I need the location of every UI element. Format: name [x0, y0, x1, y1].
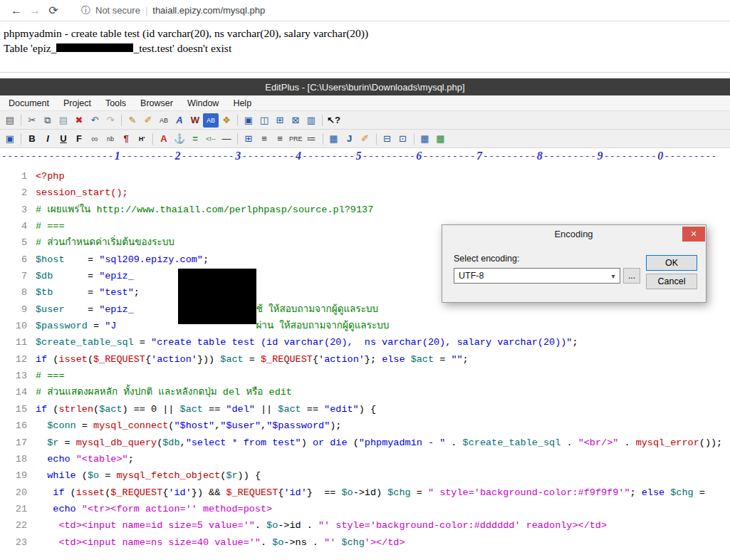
hr-icon[interactable]: —	[219, 132, 234, 146]
ok-button[interactable]: OK	[646, 255, 697, 271]
menu-document[interactable]: Document	[1, 98, 56, 108]
encoding-select[interactable]: UTF-8 ▾	[454, 268, 620, 284]
code-line[interactable]: 17 $r = mysql_db_query($db,"select * fro…	[0, 435, 730, 451]
code-segment: "epiz_	[99, 271, 134, 281]
select-text-icon[interactable]: AB	[156, 113, 172, 128]
heading-icon[interactable]: H'	[134, 132, 150, 146]
code-segment: "$user"	[220, 420, 261, 431]
editplus-window: EditPlus - [C:\Users\burin\Downloads\mys…	[0, 78, 730, 560]
menu-tools[interactable]: Tools	[98, 98, 133, 108]
code-editor[interactable]: 1<?php2session_start();3# เผยแพร่ใน http…	[0, 164, 730, 560]
line-number: 8	[0, 284, 27, 301]
code-segment: }) &&	[192, 487, 226, 498]
style-brush-icon[interactable]: ✐	[358, 132, 373, 146]
underline-icon[interactable]: U	[56, 132, 71, 146]
code-line[interactable]: 13# ===	[0, 368, 730, 384]
code-segment	[36, 504, 53, 514]
context-help-icon[interactable]: ↖?	[325, 113, 342, 128]
code-line[interactable]: 22 <td><input name=id size=5 value='". $…	[0, 517, 730, 534]
code-line[interactable]: 9$user = "epiz_ช้ ให้สอบถามจากผู้ดูแลระบ…	[0, 301, 730, 318]
code-segment: "sql209.epizy.com"	[99, 254, 203, 265]
refresh-icon[interactable]: ⟳	[44, 4, 63, 17]
code-line[interactable]: 18 echo "<table>";	[0, 451, 730, 467]
glasses-icon[interactable]: ∞	[87, 132, 103, 146]
undo-icon[interactable]: ↶	[87, 113, 103, 128]
font-icon[interactable]: F	[71, 132, 87, 146]
align-left-icon[interactable]: ≡	[256, 132, 272, 146]
paste-icon[interactable]: ▤	[56, 113, 71, 128]
pre-icon[interactable]: PRE	[288, 132, 304, 146]
forward-icon[interactable]: →	[26, 4, 44, 17]
code-segment: =	[244, 354, 261, 365]
paragraph-icon[interactable]: ¶	[118, 132, 134, 146]
table-green-icon[interactable]: ▦	[433, 132, 449, 146]
code-line[interactable]: 11$create_table_sql = "create table test…	[0, 334, 730, 351]
list-icon[interactable]: ≔	[304, 132, 320, 146]
table-icon[interactable]: ⊞	[241, 132, 256, 146]
code-segment: $act	[99, 404, 122, 415]
close-icon[interactable]: ✕	[682, 227, 705, 242]
window-list-icon[interactable]: ▥	[303, 113, 319, 128]
menu-window[interactable]: Window	[180, 98, 226, 108]
equals-icon[interactable]: =	[187, 132, 203, 146]
font-color-icon[interactable]: A	[156, 132, 172, 146]
highlight-icon[interactable]: AB	[203, 113, 219, 128]
code-line[interactable]: 23 <td><input name=ns size=40 value='". …	[0, 534, 730, 551]
table-insert-icon[interactable]: ▦	[417, 132, 433, 146]
cut-icon[interactable]: ✂	[24, 113, 40, 128]
copy-icon[interactable]: ⧉	[40, 113, 56, 128]
code-line[interactable]: 15if (strlen($act) == 0 || $act == "del"…	[0, 401, 730, 418]
sync-file-icon[interactable]: ⊡	[395, 132, 411, 146]
spellcheck-icon[interactable]: W	[187, 113, 203, 128]
edit-pencil-icon[interactable]: ✎	[125, 113, 140, 128]
comment-icon[interactable]: <!--	[203, 132, 219, 146]
align-center-icon[interactable]: ≡	[272, 132, 288, 146]
nbsp-icon[interactable]: nb	[103, 132, 118, 146]
code-line[interactable]: 16 $conn = mysql_connect("$host","$user"…	[0, 418, 730, 434]
sync-browser-icon[interactable]: ⊟	[380, 132, 395, 146]
cancel-button[interactable]: Cancel	[646, 274, 697, 289]
window-split-icon[interactable]: ◫	[256, 113, 272, 128]
toolbar-separator	[237, 115, 238, 126]
redo-icon[interactable]: ↷	[103, 113, 118, 128]
line-number: 7	[0, 268, 27, 284]
bold-icon[interactable]: B	[24, 132, 40, 146]
delete-icon[interactable]: ✖	[71, 113, 87, 128]
browse-button[interactable]: ...	[623, 268, 640, 284]
menu-browser[interactable]: Browser	[133, 98, 180, 108]
code-segment: "<tr><form action='' method=post>	[82, 504, 272, 514]
menu-help[interactable]: Help	[226, 98, 259, 108]
code-segment: $act	[220, 354, 243, 365]
toolbar-separator	[21, 115, 21, 126]
view-browser-icon[interactable]: ▣	[2, 132, 18, 146]
code-line[interactable]: 14# ส่วนแสดงผลหลัก ทั้งปกติ และหลังกดปุ่…	[0, 384, 730, 400]
stamp-icon[interactable]: ❖	[219, 113, 234, 128]
code-line[interactable]: 1<?php	[0, 168, 730, 185]
document-icon[interactable]: ▤	[2, 113, 18, 128]
marker-icon[interactable]: ✐	[140, 113, 156, 128]
code-line[interactable]: 10$password = "Jผ่าน ให้สอบถามจากผู้ดูแล…	[0, 318, 730, 334]
code-segment: $act	[411, 354, 434, 365]
section-divider	[0, 72, 730, 73]
javascript-icon[interactable]: J	[342, 132, 358, 146]
menu-project[interactable]: Project	[56, 98, 98, 108]
code-segment: (	[47, 354, 58, 365]
anchor-icon[interactable]: ⚓	[172, 132, 187, 146]
code-line[interactable]: 20 if (isset($_REQUEST{'id'}) && $_REQUE…	[0, 484, 730, 501]
code-line[interactable]: 12if (isset($_REQUEST{'action'})) $act =…	[0, 351, 730, 368]
url-text[interactable]: thaiall.epizy.com/mysql.php	[152, 5, 265, 16]
window-full-icon[interactable]: ▣	[241, 113, 256, 128]
code-line[interactable]: 21 echo "<tr><form action='' method=post…	[0, 501, 730, 517]
chevron-down-icon[interactable]: ▾	[607, 272, 620, 280]
italic-icon[interactable]: I	[40, 132, 56, 146]
code-line[interactable]: 2session_start();	[0, 185, 730, 201]
window-table-icon[interactable]: ⊞	[272, 113, 288, 128]
image-icon[interactable]: ▦	[326, 132, 342, 146]
back-icon[interactable]: ←	[7, 4, 26, 17]
window-close-icon[interactable]: ⊠	[288, 113, 303, 128]
info-icon[interactable]: ⓘ	[81, 4, 90, 17]
font-italic-icon[interactable]: A	[172, 113, 187, 128]
code-line[interactable]: 19 while ($o = mysql_fetch_object($r)) {	[0, 467, 730, 484]
address-bar[interactable]: ⓘ Not secure | thaiall.epizy.com/mysql.p…	[81, 4, 265, 17]
code-line[interactable]: 3# เผยแพร่ใน http://www.thaiall.com/perl…	[0, 202, 730, 218]
